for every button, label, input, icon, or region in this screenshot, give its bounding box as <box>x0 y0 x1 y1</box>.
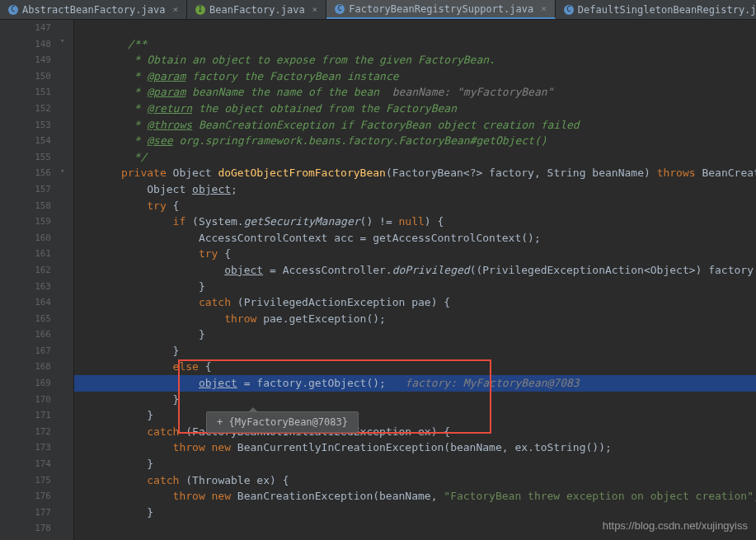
code-line: /** <box>74 36 756 53</box>
line-number: 168 <box>0 359 51 375</box>
line-number: 154 <box>0 133 51 149</box>
tooltip-plus-icon: + <box>217 416 228 428</box>
line-number: 173 <box>0 439 51 456</box>
line-number: 164 <box>0 294 51 311</box>
code-line: * @see org.springframework.beans.factory… <box>74 133 756 149</box>
line-number: 153 <box>0 117 51 134</box>
code-line: throw new BeanCreationException(beanName… <box>74 488 756 505</box>
code-line: try { <box>74 198 756 214</box>
line-number: 151 <box>0 84 51 101</box>
code-line: if (System.getSecurityManager() != null)… <box>74 214 756 230</box>
code-line: } <box>74 505 756 521</box>
line-number: 160 <box>0 230 51 247</box>
code-line: else { <box>74 359 756 375</box>
code-line: */ <box>74 149 756 166</box>
line-number: 174 <box>0 456 51 472</box>
code-line: catch (PrivilegedActionException pae) { <box>74 294 756 311</box>
code-line: * @return the object obtained from the F… <box>74 101 756 117</box>
line-number: 175 <box>0 472 51 489</box>
code-line: * Obtain an object to expose from the gi… <box>74 52 756 68</box>
close-icon[interactable]: × <box>541 3 547 14</box>
line-number: 148 <box>0 36 51 53</box>
line-number: 147 <box>0 20 51 36</box>
line-number: 165 <box>0 311 51 327</box>
fold-icon[interactable]: ▾ <box>60 36 64 45</box>
code-line: } <box>74 343 756 359</box>
line-number: 156 <box>0 165 51 181</box>
code-line: private Object doGetObjectFromFactoryBea… <box>74 165 756 181</box>
code-line: } <box>74 392 756 408</box>
code-line: } <box>74 279 756 295</box>
tab-label: AbstractBeanFactory.java <box>22 4 165 16</box>
code-line: AccessControlContext acc = getAccessCont… <box>74 230 756 247</box>
code-line: Object object; <box>74 181 756 198</box>
line-number: 177 <box>0 505 51 521</box>
line-number: 166 <box>0 326 51 343</box>
java-class-icon: C <box>564 5 574 15</box>
tooltip-value: {MyFactoryBean@7083} <box>228 416 348 428</box>
tab-beanfactory[interactable]: I BeanFactory.java × <box>187 0 326 19</box>
tab-label: FactoryBeanRegistrySupport.java <box>349 3 533 15</box>
editor-tabs: C AbstractBeanFactory.java × I BeanFacto… <box>0 0 756 20</box>
line-number-gutter: 147 148 149 150 151 152 153 154 155 156 … <box>0 20 58 540</box>
line-number: 150 <box>0 68 51 85</box>
debug-value-tooltip[interactable]: + {MyFactoryBean@7083} <box>206 411 359 433</box>
line-number: 171 <box>0 407 51 424</box>
line-number: 176 <box>0 488 51 505</box>
line-number: 159 <box>0 214 51 230</box>
line-number: 157 <box>0 181 51 198</box>
tab-defaultsingleton[interactable]: C DefaultSingletonBeanRegistry.java × <box>556 0 756 19</box>
tab-factorybeanregistry[interactable]: C FactoryBeanRegistrySupport.java × <box>326 0 556 19</box>
code-line: } <box>74 407 756 424</box>
code-line: catch (Throwable ex) { <box>74 472 756 489</box>
line-number: 167 <box>0 343 51 359</box>
line-number: 163 <box>0 279 51 295</box>
line-number: 155 <box>0 149 51 166</box>
line-number: 162 <box>0 262 51 279</box>
code-content[interactable]: /** * Obtain an object to expose from th… <box>74 20 756 540</box>
tab-label: BeanFactory.java <box>209 4 305 16</box>
code-line-current: object = factory.getObject(); factory: M… <box>74 375 756 392</box>
tab-abstractbeanfactory[interactable]: C AbstractBeanFactory.java × <box>0 0 187 19</box>
code-line: * @throws BeanCreationException if Facto… <box>74 117 756 134</box>
line-number: 152 <box>0 101 51 117</box>
code-line: } <box>74 456 756 472</box>
line-number: 161 <box>0 246 51 262</box>
line-number: 172 <box>0 424 51 440</box>
tab-label: DefaultSingletonBeanRegistry.java <box>578 4 756 16</box>
code-editor[interactable]: 147 148 149 150 151 152 153 154 155 156 … <box>0 20 756 540</box>
java-class-icon: C <box>335 4 345 14</box>
code-line: * @param factory the FactoryBean instanc… <box>74 68 756 85</box>
java-interface-icon: I <box>195 5 205 15</box>
watermark-text: https://blog.csdn.net/xujingyiss <box>603 519 748 532</box>
code-line: * @param beanName the name of the bean b… <box>74 84 756 101</box>
line-number: 170 <box>0 392 51 408</box>
line-number: 158 <box>0 198 51 214</box>
line-number: 149 <box>0 52 51 68</box>
code-line: throw new BeanCurrentlyInCreationExcepti… <box>74 439 756 456</box>
line-number: 178 <box>0 520 51 537</box>
code-line: } <box>74 326 756 343</box>
code-line: object = AccessController.doPrivileged((… <box>74 262 756 279</box>
code-line: catch (FactoryBeanNotInitializedExceptio… <box>74 424 756 440</box>
close-icon[interactable]: × <box>172 4 178 15</box>
code-line: try { <box>74 246 756 262</box>
fold-gutter: ▾ ▾ <box>58 20 74 540</box>
close-icon[interactable]: × <box>312 4 318 15</box>
java-class-icon: C <box>8 5 18 15</box>
line-number: 169 <box>0 375 51 392</box>
code-line <box>74 20 756 36</box>
code-line: throw pae.getException(); <box>74 311 756 327</box>
fold-icon[interactable]: ▾ <box>60 167 64 175</box>
